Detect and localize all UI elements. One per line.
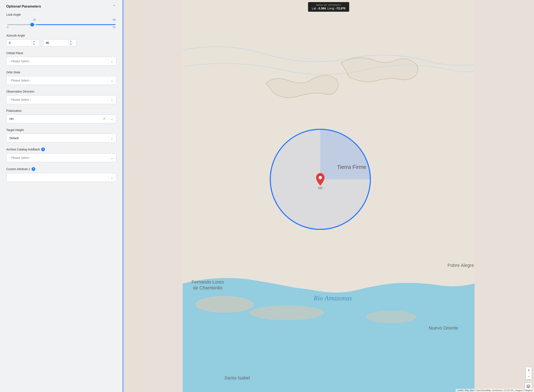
azimuth-left-down-btn[interactable]: ▼ xyxy=(32,43,36,46)
svg-text:Fernando Lores: Fernando Lores xyxy=(192,279,224,285)
orbit-state-value: - Please Select - xyxy=(9,79,106,82)
azimuth-right-input[interactable] xyxy=(43,39,68,46)
map-attribution: Leaflet | Map data © OpenStreetMap contr… xyxy=(456,389,534,392)
chevron-down-icon-6: ⌄ xyxy=(111,156,113,159)
svg-point-1 xyxy=(195,296,253,313)
svg-text:Río Amazonas: Río Amazonas xyxy=(313,294,352,302)
orbit-state-dropdown[interactable]: - Please Select - ⌄ xyxy=(6,76,116,85)
slider-min-label: 5 xyxy=(7,26,9,29)
chevron-down-icon: ⌄ xyxy=(111,60,113,63)
svg-text:Nuevo Oriente: Nuevo Oriente xyxy=(429,325,458,331)
svg-text:Pobre Alegre: Pobre Alegre xyxy=(447,263,474,268)
polarization-value: HH xyxy=(9,117,102,121)
optional-parameters-panel: Optional Parameters ⌃ Look Angle 15 50 5… xyxy=(0,0,123,392)
look-angle-slider[interactable] xyxy=(7,24,116,25)
dropdown-divider-6 xyxy=(108,156,109,160)
custom-attribute-1-group: Custom Attribute 1 ? ⌄ xyxy=(6,167,116,182)
dropdown-divider xyxy=(108,59,109,63)
map-zoom-controls: + − xyxy=(526,367,532,379)
archive-catalog-help-icon[interactable]: ? xyxy=(41,148,45,151)
chevron-down-icon-7: ⌄ xyxy=(111,176,113,179)
archive-catalog-holdback-label: Archive Catalog Holdback ? xyxy=(6,148,116,151)
observation-direction-dropdown[interactable]: - Please Select - ⌄ xyxy=(6,95,116,104)
azimuth-left-up-btn[interactable]: ▲ xyxy=(32,40,36,43)
dropdown-divider-7 xyxy=(108,175,109,179)
azimuth-right-up-btn[interactable]: ▲ xyxy=(69,40,73,43)
zoom-out-button[interactable]: − xyxy=(526,373,532,379)
lat-value: -3.384 xyxy=(318,7,326,10)
polarization-group: Polarization HH ✕ ⌄ xyxy=(6,109,116,123)
azimuth-right-spin: ▲ ▼ xyxy=(68,40,73,46)
custom-attribute-1-label: Custom Attribute 1 ? xyxy=(6,167,116,171)
observation-direction-label: Observation Direction xyxy=(6,90,116,93)
zoom-in-button[interactable]: + xyxy=(526,367,532,373)
dropdown-divider-4 xyxy=(108,117,109,121)
map-svg: Río Amazonas Tierra Firme Fernando Lores… xyxy=(123,0,534,392)
custom-attribute-1-help-icon[interactable]: ? xyxy=(32,167,35,171)
layers-icon xyxy=(526,384,530,388)
lon-label: Long: xyxy=(327,7,335,10)
lat-label: Lat: xyxy=(312,7,316,10)
slider-right-value: 50 xyxy=(113,18,116,21)
azimuth-angle-group: Azimuth Angle ▲ ▼ ▲ ▼ xyxy=(6,34,116,46)
orbit-state-group: Orbit State - Please Select - ⌄ xyxy=(6,71,116,85)
slider-top-row: 15 50 xyxy=(7,18,116,21)
chevron-down-icon-5: ⌄ xyxy=(111,136,113,140)
slider-left-value: 15 xyxy=(33,18,36,21)
observation-direction-value: - Please Select - xyxy=(9,98,106,101)
orbital-plane-dropdown[interactable]: - Please Select - ⌄ xyxy=(6,57,116,66)
map-panel[interactable]: AREA OF INTEREST Lat: -3.384, Long: -72.… xyxy=(123,0,534,392)
look-angle-label: Look Angle xyxy=(6,13,116,16)
svg-point-6 xyxy=(318,187,323,189)
look-angle-slider-container: 15 50 5 50 xyxy=(6,18,116,29)
azimuth-right-input-wrap: ▲ ▼ xyxy=(43,39,76,46)
orbital-plane-value: - Please Select - xyxy=(9,60,106,63)
archive-catalog-holdback-value: - Please Select - xyxy=(9,156,106,159)
azimuth-right-down-btn[interactable]: ▼ xyxy=(69,43,73,46)
orbit-state-label: Orbit State xyxy=(6,71,116,74)
azimuth-angle-label: Azimuth Angle xyxy=(6,34,116,37)
area-of-interest-label: AREA OF INTEREST xyxy=(312,4,345,6)
azimuth-left-input-wrap: ▲ ▼ xyxy=(6,39,40,46)
chevron-down-icon-3: ⌄ xyxy=(111,98,113,101)
lon-value: -72.070 xyxy=(335,7,345,10)
azimuth-left-spin: ▲ ▼ xyxy=(32,40,36,46)
azimuth-left-input[interactable] xyxy=(6,39,32,46)
polarization-dropdown[interactable]: HH ✕ ⌄ xyxy=(6,115,116,123)
observation-direction-group: Observation Direction - Please Select - … xyxy=(6,90,116,104)
polarization-label: Polarization xyxy=(6,109,116,112)
svg-point-7 xyxy=(319,176,322,179)
chevron-down-icon-4: ⌄ xyxy=(111,117,113,121)
custom-attribute-1-dropdown[interactable]: ⌄ xyxy=(6,173,116,182)
look-angle-group: Look Angle 15 50 5 50 xyxy=(6,13,116,29)
target-height-label: Target Height xyxy=(6,128,116,132)
svg-text:de Chambirillo: de Chambirillo xyxy=(193,285,222,290)
target-height-group: Target Height Default ⌄ xyxy=(6,128,116,143)
panel-header: Optional Parameters ⌃ xyxy=(6,4,116,9)
dropdown-divider-3 xyxy=(108,98,109,102)
polarization-clear-button[interactable]: ✕ xyxy=(102,117,106,121)
svg-point-3 xyxy=(366,311,416,323)
orbital-plane-label: Orbital Plane xyxy=(6,51,116,55)
archive-catalog-holdback-group: Archive Catalog Holdback ? - Please Sele… xyxy=(6,148,116,162)
slider-max-label: 50 xyxy=(113,26,116,29)
target-height-dropdown[interactable]: Default ⌄ xyxy=(6,134,116,143)
svg-text:Tierra Firme: Tierra Firme xyxy=(337,164,366,170)
target-height-value: Default xyxy=(9,136,106,140)
orbital-plane-group: Orbital Plane - Please Select - ⌄ xyxy=(6,51,116,66)
chevron-down-icon-2: ⌄ xyxy=(111,79,113,82)
svg-point-2 xyxy=(250,305,325,320)
svg-text:Santa Isabel: Santa Isabel xyxy=(224,375,250,381)
archive-catalog-holdback-dropdown[interactable]: - Please Select - ⌄ xyxy=(6,153,116,162)
dropdown-divider-2 xyxy=(108,78,109,83)
coordinate-tooltip: AREA OF INTEREST Lat: -3.384, Long: -72.… xyxy=(308,2,349,12)
azimuth-inputs: ▲ ▼ ▲ ▼ xyxy=(6,39,116,46)
panel-title: Optional Parameters xyxy=(6,4,41,9)
collapse-button[interactable]: ⌃ xyxy=(112,4,116,9)
dropdown-divider-5 xyxy=(108,136,109,140)
